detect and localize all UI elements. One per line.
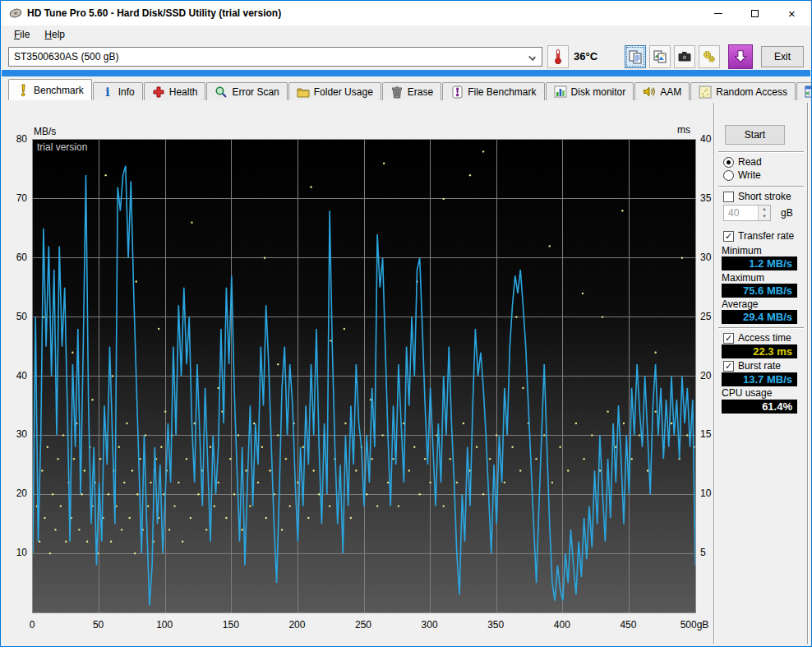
- maximize-icon[interactable]: [736, 1, 773, 25]
- minimum-label: Minimum: [722, 245, 762, 256]
- temperature-button[interactable]: [547, 45, 569, 68]
- tab-health[interactable]: Health: [144, 82, 206, 100]
- copy-text-icon: [628, 49, 643, 64]
- tab-info[interactable]: iInfo: [93, 82, 143, 100]
- thermometer-icon: [552, 49, 564, 65]
- x-tick-200: 200: [277, 619, 316, 631]
- cpu-usage-value: 61.4%: [722, 400, 797, 414]
- folder-usage-icon: [297, 85, 310, 99]
- y-right-tick-30: 30: [700, 252, 711, 263]
- separator: [718, 186, 804, 187]
- toolbar: ST3500630AS (500 gB) 36°C: [2, 44, 810, 70]
- tab-benchmark[interactable]: Benchmark: [8, 79, 92, 100]
- y-right-axis-title: ms: [677, 124, 690, 136]
- benchmark-page: MB/s ms trial version 102030405060708051…: [2, 100, 810, 645]
- read-radio[interactable]: Read: [723, 156, 762, 168]
- x-tick-350: 350: [476, 619, 515, 631]
- checkbox-checked-icon: ✓: [723, 231, 734, 242]
- y-right-tick-20: 20: [700, 370, 711, 381]
- menu-help[interactable]: Help: [37, 26, 72, 43]
- tab-aam[interactable]: AAM: [634, 82, 690, 100]
- y-right-tick-25: 25: [700, 311, 711, 322]
- benchmark-icon: [16, 84, 30, 97]
- window-title: HD Tune Pro 5.60 - Hard Disk/SSD Utility…: [27, 7, 281, 19]
- tab-random-access[interactable]: Random Access: [690, 82, 796, 100]
- close-icon[interactable]: ×: [773, 1, 810, 25]
- drive-select[interactable]: ST3500630AS (500 gB): [8, 47, 542, 67]
- capacity-spinner[interactable]: 40 ▲▼: [723, 205, 771, 221]
- burst-rate-value: 13.7 MB/s: [722, 372, 797, 386]
- x-tick-50: 50: [79, 619, 118, 631]
- copy-text-button[interactable]: [625, 45, 646, 68]
- y-right-tick-10: 10: [700, 488, 711, 499]
- tab-file-benchmark[interactable]: File Benchmark: [442, 82, 544, 100]
- options-gears-icon: [702, 49, 717, 64]
- copy-image-button[interactable]: [649, 45, 671, 68]
- y-left-tick-70: 70: [6, 192, 27, 204]
- health-icon: [152, 85, 165, 99]
- write-radio[interactable]: Write: [723, 169, 761, 181]
- y-left-tick-10: 10: [6, 547, 27, 558]
- maximum-label: Maximum: [722, 272, 764, 284]
- minimize-icon[interactable]: [699, 1, 736, 25]
- start-button[interactable]: Start: [725, 125, 785, 145]
- average-value: 29.4 MB/s: [722, 310, 797, 324]
- radio-icon: [723, 170, 734, 181]
- access-time-value: 22.3 ms: [722, 344, 797, 358]
- separator: [718, 151, 804, 153]
- tab-label: Benchmark: [34, 85, 84, 96]
- update-button[interactable]: [728, 44, 753, 69]
- info-icon: i: [101, 85, 114, 99]
- y-left-tick-50: 50: [6, 311, 27, 322]
- benchmark-chart: trial version: [32, 139, 696, 613]
- menu-bar: File Help: [2, 25, 810, 44]
- y-left-tick-40: 40: [6, 370, 27, 381]
- disk-monitor-icon: [554, 85, 567, 99]
- screenshot-camera-icon: [677, 50, 692, 63]
- tab-folder-usage[interactable]: Folder Usage: [288, 82, 381, 100]
- checkbox-checked-icon: ✓: [723, 361, 734, 372]
- y-right-tick-35: 35: [700, 192, 711, 204]
- capacity-unit: gB: [781, 207, 793, 219]
- maximum-value: 75.6 MB/s: [722, 284, 797, 298]
- x-tick-450: 450: [608, 619, 648, 631]
- right-edge-divider: [807, 103, 809, 644]
- tab-label: File Benchmark: [468, 86, 536, 98]
- tab-disk-monitor[interactable]: Disk monitor: [546, 82, 634, 100]
- app-window: HD Tune Pro 5.60 - Hard Disk/SSD Utility…: [0, 0, 812, 647]
- x-tick-150: 150: [211, 619, 251, 631]
- tab-bar: BenchmarkiInfoHealthError ScanFolder Usa…: [2, 79, 810, 100]
- tab-label: Disk monitor: [571, 86, 626, 98]
- extra-tests-icon: [805, 85, 812, 99]
- exit-button[interactable]: Exit: [761, 46, 804, 67]
- short-stroke-checkbox[interactable]: Short stroke: [723, 191, 791, 202]
- chevron-down-icon: [528, 53, 536, 61]
- access-time-checkbox[interactable]: ✓ Access time: [723, 332, 791, 344]
- y-left-tick-30: 30: [6, 428, 27, 440]
- average-label: Average: [722, 298, 758, 310]
- tab-label: Health: [169, 86, 198, 98]
- tab-error-scan[interactable]: Error Scan: [206, 82, 287, 100]
- tab-label: Error Scan: [232, 86, 279, 98]
- burst-rate-checkbox[interactable]: ✓ Burst rate: [723, 360, 781, 372]
- tab-label: Erase: [408, 86, 433, 98]
- tab-label: Info: [118, 86, 135, 98]
- aam-icon: [643, 85, 656, 99]
- transfer-rate-checkbox[interactable]: ✓ Transfer rate: [723, 230, 794, 242]
- accent-strip: [2, 70, 810, 76]
- x-tick-400: 400: [542, 619, 582, 631]
- cpu-usage-label: CPU usage: [722, 387, 772, 399]
- tab-label: Folder Usage: [314, 86, 373, 98]
- separator: [718, 327, 804, 329]
- svg-text:i: i: [105, 85, 109, 99]
- minimum-value: 1.2 MB/s: [722, 256, 797, 270]
- tab-extra-tests[interactable]: Extra tests: [796, 82, 812, 100]
- menu-file[interactable]: File: [7, 26, 37, 43]
- download-icon: [733, 49, 748, 64]
- y-left-axis-title: MB/s: [34, 126, 56, 137]
- x-tick-500: 500gB: [675, 619, 714, 631]
- screenshot-button[interactable]: [674, 45, 695, 68]
- tab-erase[interactable]: Erase: [382, 82, 441, 100]
- spinner-arrows-icon[interactable]: ▲▼: [758, 206, 770, 220]
- options-button[interactable]: [699, 45, 720, 68]
